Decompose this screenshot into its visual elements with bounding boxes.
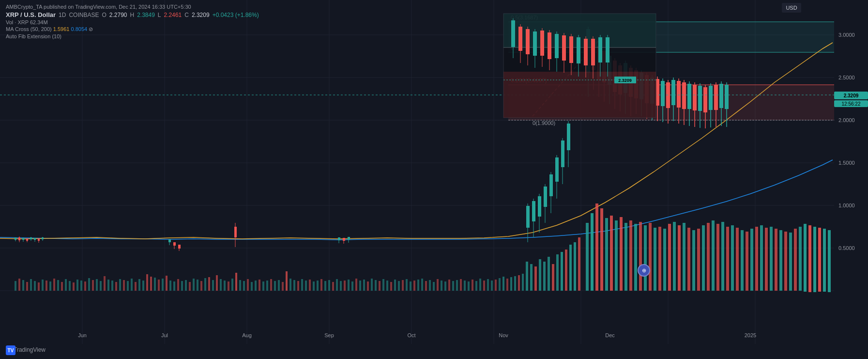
inset-price-text: 2.3209: [618, 78, 632, 83]
svg-rect-84: [274, 281, 276, 291]
svg-rect-204: [789, 233, 792, 291]
svg-rect-222: [30, 237, 32, 239]
fib-0-label: 0(1.9000): [533, 120, 555, 126]
svg-rect-45: [123, 280, 125, 291]
svg-rect-190: [721, 222, 724, 291]
svg-rect-33: [76, 280, 78, 291]
svg-rect-183: [687, 228, 690, 291]
svg-rect-19: [22, 280, 24, 291]
svg-rect-65: [200, 281, 202, 291]
usd-text: USD: [786, 5, 797, 11]
svg-rect-155: [552, 264, 554, 291]
exchange-text: COINBASE: [69, 12, 99, 18]
svg-rect-42: [111, 281, 113, 291]
svg-rect-71: [224, 281, 226, 291]
svg-rect-74: [235, 273, 237, 291]
ma-label: MA Cross (50, 200): [6, 26, 52, 32]
svg-rect-132: [460, 279, 462, 291]
svg-rect-120: [413, 281, 415, 291]
svg-rect-113: [386, 281, 388, 291]
svg-rect-252: [549, 174, 553, 196]
time-nov: Nov: [499, 332, 508, 338]
svg-rect-214: [15, 237, 16, 240]
svg-rect-60: [181, 281, 183, 291]
svg-rect-46: [127, 281, 129, 291]
time-2025: 2025: [745, 332, 756, 338]
svg-rect-150: [530, 264, 533, 291]
ohlc-line: XRP / U.S. Dollar 1D COINBASE O 2.2790 H…: [6, 11, 259, 18]
svg-rect-147: [518, 275, 520, 291]
svg-rect-288: [661, 81, 665, 106]
svg-rect-310: [719, 84, 723, 108]
svg-rect-195: [746, 232, 748, 291]
svg-rect-17: [15, 281, 16, 291]
svg-rect-106: [359, 281, 361, 291]
svg-rect-236: [234, 227, 237, 237]
svg-rect-107: [363, 280, 365, 291]
svg-rect-20: [26, 282, 28, 291]
svg-rect-165: [600, 208, 603, 291]
svg-rect-142: [499, 278, 501, 291]
svg-rect-101: [340, 281, 342, 291]
ma-val1: 1.5961: [53, 26, 70, 32]
svg-rect-86: [282, 282, 284, 291]
svg-rect-143: [503, 277, 504, 291]
svg-rect-108: [367, 281, 369, 291]
svg-rect-188: [712, 220, 715, 291]
svg-rect-104: [351, 281, 353, 291]
svg-rect-164: [595, 203, 598, 291]
vol-val: 62.34M: [30, 19, 48, 25]
svg-rect-189: [716, 224, 719, 291]
close-label: C: [184, 12, 189, 18]
svg-rect-186: [702, 225, 705, 291]
svg-rect-28: [57, 280, 59, 291]
svg-rect-218: [22, 238, 24, 240]
svg-rect-131: [456, 280, 458, 291]
svg-rect-41: [107, 280, 109, 291]
svg-rect-31: [69, 281, 71, 291]
svg-rect-173: [639, 222, 642, 291]
svg-rect-194: [741, 230, 744, 291]
svg-rect-226: [38, 238, 40, 241]
svg-rect-80: [259, 280, 260, 291]
svg-rect-197: [755, 227, 758, 291]
svg-rect-181: [678, 225, 681, 291]
svg-rect-109: [371, 279, 373, 291]
svg-rect-130: [452, 281, 454, 291]
svg-rect-114: [390, 282, 392, 291]
svg-rect-35: [84, 281, 86, 291]
svg-rect-159: [569, 245, 572, 291]
chart-container: AMBCrypto_TA published on TradingView.co…: [0, 0, 868, 359]
svg-rect-54: [158, 280, 160, 291]
svg-rect-191: [726, 227, 729, 291]
svg-rect-22: [34, 281, 36, 291]
svg-rect-103: [348, 280, 350, 291]
svg-rect-224: [34, 238, 36, 240]
time-dec: Dec: [605, 332, 615, 338]
svg-rect-340: [606, 37, 609, 62]
svg-rect-79: [255, 281, 257, 291]
svg-rect-43: [115, 282, 117, 291]
svg-rect-89: [293, 280, 295, 291]
tradingview-logo: TV: [6, 345, 15, 355]
svg-rect-27: [53, 279, 55, 291]
svg-rect-228: [42, 237, 44, 239]
svg-rect-171: [629, 220, 632, 291]
price-3000: 3.0000: [838, 32, 855, 38]
svg-rect-105: [355, 279, 357, 291]
svg-rect-127: [441, 281, 442, 291]
price-2000: 2.0000: [838, 117, 855, 123]
svg-rect-78: [251, 282, 253, 291]
svg-rect-111: [379, 281, 381, 291]
svg-rect-232: [173, 242, 176, 246]
svg-rect-83: [270, 279, 272, 291]
svg-rect-21: [30, 279, 32, 291]
svg-rect-338: [598, 37, 602, 62]
svg-rect-203: [784, 232, 787, 291]
svg-rect-140: [491, 281, 493, 291]
fib-label: Auto Fib Extension (10): [6, 33, 61, 39]
svg-rect-97: [324, 281, 326, 291]
svg-rect-99: [332, 282, 334, 291]
chart-header: AMBCrypto_TA published on TradingView.co…: [6, 4, 259, 39]
svg-rect-294: [677, 81, 681, 108]
